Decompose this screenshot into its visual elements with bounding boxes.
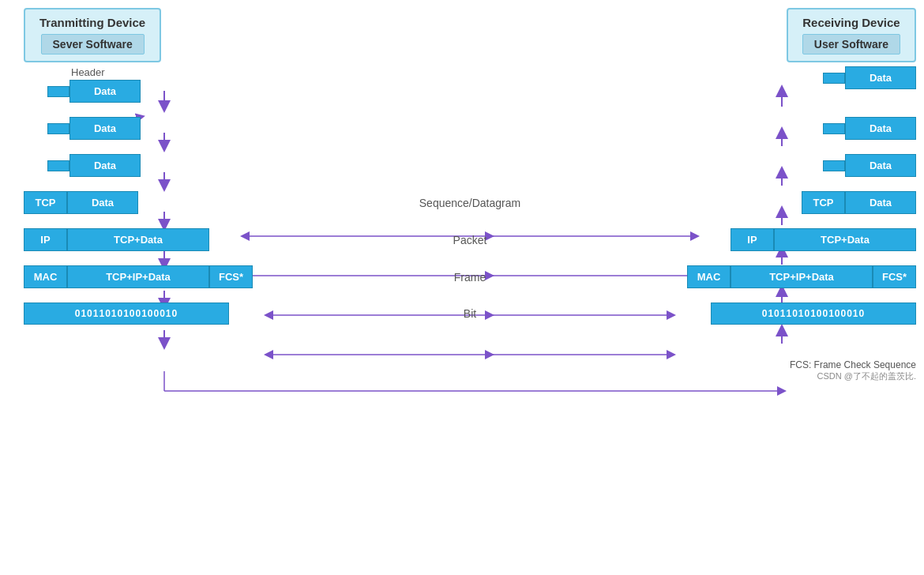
left-row4-data: Data: [67, 191, 138, 214]
transmitting-software-label: Sever Software: [41, 34, 145, 54]
diagram-wrapper: Tranmitting Device Sever Software Receiv…: [24, 8, 916, 382]
right-row1-small: [823, 73, 845, 84]
left-row1-small: [47, 86, 69, 97]
left-row6-fcs: FCS*: [209, 265, 253, 288]
right-row6-mac: MAC: [687, 265, 731, 288]
left-row1-data: Data: [69, 80, 141, 103]
diagram-container: Tranmitting Device Sever Software Receiv…: [0, 0, 924, 575]
left-row3-data: Data: [69, 154, 141, 177]
left-row2-small: [47, 123, 69, 134]
right-row7-bits: 01011010100100010: [711, 303, 916, 325]
right-row5-tcp-data: TCP+Data: [774, 228, 916, 251]
frame-label: Frame: [454, 271, 486, 284]
right-row1-data: Data: [845, 66, 916, 89]
left-row7-bits: 01011010100100010: [24, 303, 229, 325]
left-row3-small: [47, 160, 69, 171]
bit-label: Bit: [464, 307, 476, 320]
right-row3-data: Data: [845, 154, 916, 177]
receiving-device-box: Receiving Device User Software: [787, 8, 916, 62]
right-row6-fcs: FCS*: [873, 265, 916, 288]
fcs-note: FCS: Frame Check Sequence: [790, 359, 916, 370]
right-row6-tcp-ip-data: TCP+IP+Data: [731, 265, 873, 288]
left-row5-ip: IP: [24, 228, 67, 251]
left-row4-tcp: TCP: [24, 191, 67, 214]
rows-container: Header Data Data: [24, 66, 916, 382]
transmitting-device-box: Tranmitting Device Sever Software: [24, 8, 161, 62]
sequence-label: Sequence/Datagram: [419, 197, 520, 209]
right-row4-data: Data: [845, 191, 916, 214]
right-row2-small: [823, 123, 845, 134]
right-row4-tcp: TCP: [802, 191, 845, 214]
transmitting-device-title: Tranmitting Device: [39, 16, 145, 29]
left-row6-mac: MAC: [24, 265, 67, 288]
csdn-note: CSDN @了不起的盖茨比.: [817, 370, 916, 382]
left-row2-data: Data: [69, 117, 141, 140]
receiving-software-label: User Software: [802, 34, 900, 54]
left-row6-tcp-ip-data: TCP+IP+Data: [67, 265, 209, 288]
packet-label: Packet: [453, 234, 487, 246]
right-row3-small: [823, 160, 845, 171]
left-row5-tcp-data: TCP+Data: [67, 228, 209, 251]
right-row5-ip: IP: [731, 228, 774, 251]
top-devices: Tranmitting Device Sever Software Receiv…: [24, 8, 916, 62]
right-row2-data: Data: [845, 117, 916, 140]
receiving-device-title: Receiving Device: [802, 16, 900, 29]
header-label: Header: [71, 66, 105, 78]
